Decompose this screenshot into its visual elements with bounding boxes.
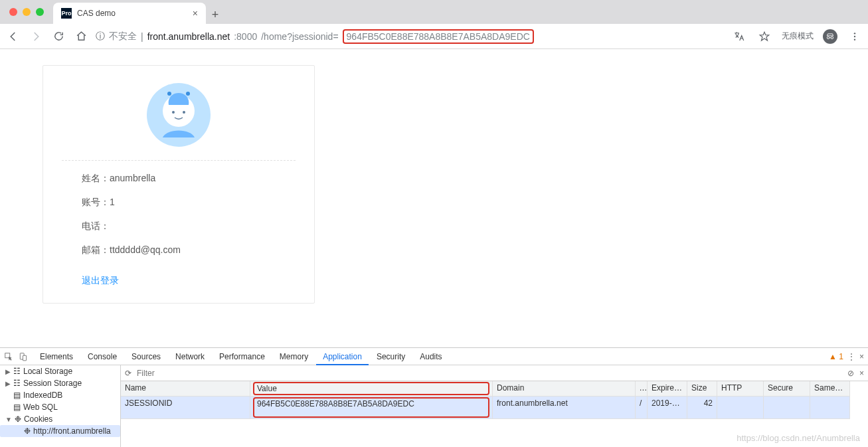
cell-size[interactable]: 42 bbox=[687, 397, 717, 419]
svg-point-7 bbox=[172, 111, 175, 114]
cookies-table: Name Value Domain ... Expires ... Size H… bbox=[121, 381, 868, 419]
devtools-tab-performance[interactable]: Performance bbox=[213, 348, 272, 365]
cell-secure[interactable] bbox=[764, 397, 810, 419]
svg-point-2 bbox=[854, 39, 855, 40]
svg-rect-11 bbox=[23, 355, 26, 361]
cell-expires[interactable]: 2019-0... bbox=[648, 397, 687, 419]
sidebar-indexeddb[interactable]: ▤ IndexedDB bbox=[0, 389, 120, 401]
devtools-tab-sources[interactable]: Sources bbox=[125, 348, 167, 365]
devtools-sidebar: ▶☷ Local Storage ▶☷ Session Storage ▤ In… bbox=[0, 365, 121, 447]
sidebar-cookies[interactable]: ▼❉ Cookies bbox=[0, 413, 120, 425]
col-secure[interactable]: Secure bbox=[764, 381, 810, 397]
svg-point-5 bbox=[167, 92, 171, 96]
devtools-tabbar: Elements Console Sources Network Perform… bbox=[0, 348, 868, 365]
devtools-tab-network[interactable]: Network bbox=[169, 348, 211, 365]
clear-icon[interactable]: ⊘ bbox=[847, 369, 854, 378]
svg-point-8 bbox=[183, 111, 185, 114]
reload-button[interactable] bbox=[50, 29, 66, 45]
device-icon[interactable] bbox=[19, 352, 32, 361]
browser-tabstrip: Pro CAS demo × + bbox=[0, 0, 868, 24]
refresh-icon[interactable]: ⟳ bbox=[125, 369, 131, 378]
sidebar-cookie-origin[interactable]: ❉ http://front.anumbrella bbox=[0, 425, 120, 437]
address-bar[interactable]: ⓘ 不安全 | front.anumbrella.net:8000/home?j… bbox=[96, 29, 725, 44]
cell-domain[interactable]: front.anumbrella.net bbox=[493, 397, 636, 419]
incognito-label: 无痕模式 bbox=[782, 31, 814, 42]
name-value: anumbrella bbox=[110, 173, 155, 183]
close-window-dot[interactable] bbox=[9, 8, 17, 16]
account-value: 1 bbox=[110, 197, 115, 207]
col-domain[interactable]: Domain bbox=[493, 381, 636, 397]
browser-tab[interactable]: Pro CAS demo × bbox=[53, 3, 206, 24]
avatar bbox=[145, 82, 212, 148]
browser-toolbar: ⓘ 不安全 | front.anumbrella.net:8000/home?j… bbox=[0, 24, 868, 49]
devtools-tab-audits[interactable]: Audits bbox=[413, 348, 448, 365]
filter-input[interactable] bbox=[137, 369, 270, 378]
sidebar-websql[interactable]: ▤ Web SQL bbox=[0, 401, 120, 413]
profile-card: 姓名：anumbrella 账号：1 电话： 邮箱：ttddddd@qq.com… bbox=[43, 65, 315, 304]
insecure-label: 不安全 bbox=[109, 31, 137, 43]
kebab-menu-icon[interactable] bbox=[847, 29, 863, 45]
url-port: :8000 bbox=[234, 31, 257, 42]
site-info-icon[interactable]: ⓘ bbox=[96, 31, 105, 43]
logout-link[interactable]: 退出登录 bbox=[82, 275, 296, 287]
url-session-highlight: 964FB5C0E88E788A8B8E7AB5A8DA9EDC bbox=[343, 29, 534, 44]
devtools-filter-bar: ⟳ ⊘ × bbox=[121, 365, 868, 381]
devtools-kebab-icon[interactable]: ⋮ bbox=[847, 352, 855, 361]
cell-path[interactable]: / bbox=[636, 397, 648, 419]
cell-name[interactable]: JSESSIONID bbox=[121, 397, 250, 419]
devtools-tab-elements[interactable]: Elements bbox=[33, 348, 80, 365]
col-value[interactable]: Value bbox=[250, 381, 493, 397]
minimize-window-dot[interactable] bbox=[23, 8, 31, 16]
warning-badge[interactable]: ▲ 1 bbox=[829, 352, 843, 361]
url-host: front.anumbrella.net bbox=[147, 31, 230, 42]
new-tab-button[interactable]: + bbox=[206, 5, 224, 24]
favicon: Pro bbox=[61, 8, 72, 19]
devtools-tab-console[interactable]: Console bbox=[81, 348, 124, 365]
bookmark-star-icon[interactable] bbox=[756, 29, 772, 45]
devtools-tab-memory[interactable]: Memory bbox=[273, 348, 315, 365]
profile-phone-row: 电话： bbox=[82, 221, 296, 232]
email-value: ttddddd@qq.com bbox=[110, 244, 181, 255]
profile-account-row: 账号：1 bbox=[82, 197, 296, 209]
svg-point-6 bbox=[186, 92, 190, 96]
divider bbox=[62, 160, 296, 161]
col-name[interactable]: Name bbox=[121, 381, 250, 397]
incognito-icon bbox=[823, 29, 837, 44]
forward-button[interactable] bbox=[28, 29, 44, 45]
col-expires[interactable]: Expires ... bbox=[648, 381, 687, 397]
email-label: 邮箱： bbox=[82, 244, 110, 255]
devtools-tab-application[interactable]: Application bbox=[316, 348, 369, 365]
cell-samesite[interactable] bbox=[810, 397, 850, 419]
devtools-close-icon[interactable]: × bbox=[859, 352, 864, 361]
url-path: /home?jsessionid= bbox=[261, 31, 338, 42]
close-tab-icon[interactable]: × bbox=[193, 8, 198, 19]
home-button[interactable] bbox=[73, 29, 89, 45]
cell-http[interactable] bbox=[717, 397, 764, 419]
svg-point-0 bbox=[854, 33, 855, 34]
account-label: 账号： bbox=[82, 197, 110, 207]
col-samesite[interactable]: SameSite bbox=[810, 381, 850, 397]
devtools: Elements Console Sources Network Perform… bbox=[0, 347, 868, 447]
devtools-tab-security[interactable]: Security bbox=[370, 348, 412, 365]
traffic-lights bbox=[0, 8, 53, 16]
tab-title: CAS demo bbox=[77, 9, 187, 18]
sidebar-local-storage[interactable]: ▶☷ Local Storage bbox=[0, 365, 120, 377]
maximize-window-dot[interactable] bbox=[36, 8, 44, 16]
devtools-main: ⟳ ⊘ × Name Value Domain ... Expires ... … bbox=[121, 365, 868, 447]
svg-point-1 bbox=[854, 35, 855, 37]
cell-value[interactable]: 964FB5C0E88E788A8B8E7AB5A8DA9EDC bbox=[250, 397, 493, 419]
translate-icon[interactable] bbox=[731, 29, 747, 45]
profile-name-row: 姓名：anumbrella bbox=[82, 173, 296, 185]
sidebar-session-storage[interactable]: ▶☷ Session Storage bbox=[0, 377, 120, 389]
page-viewport: 姓名：anumbrella 账号：1 电话： 邮箱：ttddddd@qq.com… bbox=[0, 49, 868, 347]
phone-label: 电话： bbox=[82, 221, 110, 231]
col-http[interactable]: HTTP bbox=[717, 381, 764, 397]
inspect-icon[interactable] bbox=[4, 352, 17, 361]
profile-email-row: 邮箱：ttddddd@qq.com bbox=[82, 244, 296, 256]
col-size[interactable]: Size bbox=[687, 381, 717, 397]
col-path[interactable]: ... bbox=[636, 381, 648, 397]
delete-icon[interactable]: × bbox=[859, 369, 864, 378]
back-button[interactable] bbox=[5, 29, 21, 45]
name-label: 姓名： bbox=[82, 173, 110, 183]
